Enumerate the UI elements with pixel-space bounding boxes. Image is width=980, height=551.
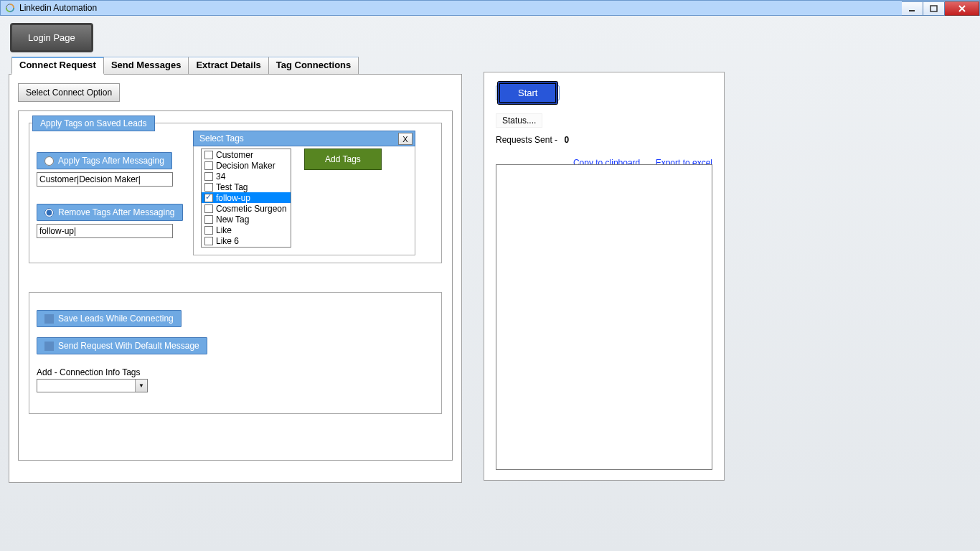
tag-item-label: Cosmetic Surgeon: [216, 204, 287, 214]
connection-info-tags-value: [37, 380, 135, 392]
default-message-checkbox[interactable]: Send Request With Default Message: [37, 337, 207, 354]
apply-tags-after-label: Apply Tags After Messaging: [58, 156, 164, 166]
remove-tags-after-label: Remove Tags After Messaging: [58, 207, 175, 217]
remove-tags-after-radio[interactable]: Remove Tags After Messaging: [37, 204, 183, 221]
tab-send-messages[interactable]: Send Messages: [103, 57, 189, 74]
window-maximize-button[interactable]: [923, 1, 945, 16]
tag-item[interactable]: Like: [202, 225, 291, 235]
tag-item-checkbox[interactable]: [204, 151, 213, 159]
window-minimize-button[interactable]: [902, 1, 923, 16]
remove-tags-text[interactable]: [37, 224, 173, 238]
select-tags-panel: Select Tags X CustomerDecision Maker34Te…: [193, 131, 415, 255]
tag-item[interactable]: New Tag: [202, 214, 291, 225]
tab-extract-details[interactable]: Extract Details: [188, 57, 268, 74]
tag-item[interactable]: follow-up: [202, 192, 291, 203]
connection-info-tags-dropdown[interactable]: ▼: [37, 379, 148, 392]
tag-item-label: follow-up: [216, 193, 250, 203]
window-close-button[interactable]: [945, 1, 979, 16]
tag-item-label: Test Tag: [216, 182, 248, 192]
connection-info-tags-label: Add - Connection Info Tags: [37, 367, 434, 377]
svg-rect-2: [930, 6, 937, 11]
tag-item-label: New Tag: [216, 215, 249, 225]
tag-item-checkbox[interactable]: [204, 161, 213, 170]
tag-item[interactable]: Test Tag: [202, 182, 291, 192]
chevron-down-icon: ▼: [135, 380, 147, 392]
select-tags-close-button[interactable]: X: [398, 133, 413, 145]
tab-control: Connect RequestSend MessagesExtract Deta…: [9, 57, 462, 483]
tag-item-label: Like: [216, 225, 232, 235]
start-button[interactable]: Start: [498, 82, 557, 104]
window-titlebar: Linkedin Automation: [0, 0, 980, 16]
tag-item-checkbox[interactable]: [204, 183, 213, 192]
status-label: Status....: [496, 113, 542, 128]
tab-page-connect-request: Select Connect Option Time Delay ( in se…: [9, 74, 462, 483]
tags-checkedlistbox[interactable]: CustomerDecision Maker34Test Tagfollow-u…: [201, 149, 291, 248]
apply-tags-after-radio[interactable]: Apply Tags After Messaging: [37, 152, 172, 169]
select-connect-option-button[interactable]: Select Connect Option: [18, 83, 120, 102]
tag-item[interactable]: 34: [202, 171, 291, 182]
app-icon: [5, 3, 15, 13]
requests-sent-label: Requests Sent -: [496, 135, 557, 145]
apply-tags-groupbox-legend: Apply Tags on Saved Leads: [32, 116, 155, 131]
tag-item-checkbox[interactable]: [204, 194, 213, 202]
svg-rect-1: [909, 10, 915, 11]
select-tags-legend: Select Tags: [199, 133, 244, 143]
tag-item-label: Like 6: [216, 236, 239, 246]
window-title: Linkedin Automation: [19, 3, 97, 13]
tag-item[interactable]: Customer: [202, 149, 291, 160]
log-textbox[interactable]: [496, 164, 712, 470]
tag-item-label: Customer: [216, 150, 253, 160]
tag-item[interactable]: Like 6: [202, 235, 291, 246]
connect-options-scroll[interactable]: Time Delay ( in secs) ▲ ▼ How many reque…: [18, 110, 453, 461]
tab-connect-request[interactable]: Connect Request: [11, 57, 104, 75]
tag-item-checkbox[interactable]: [204, 226, 213, 235]
tag-item-checkbox[interactable]: [204, 172, 213, 181]
save-leads-checkbox[interactable]: Save Leads While Connecting: [37, 310, 182, 327]
tag-item-checkbox[interactable]: [204, 215, 213, 224]
login-page-button[interactable]: Login Page: [10, 23, 93, 52]
requests-sent-value: 0: [564, 135, 569, 145]
tag-item-checkbox[interactable]: [204, 204, 213, 213]
tab-tag-connections[interactable]: Tag Connections: [268, 57, 359, 74]
default-message-label: Send Request With Default Message: [58, 341, 199, 351]
add-tags-button[interactable]: Add Tags: [304, 149, 382, 170]
tag-item-label: Decision Maker: [216, 161, 275, 171]
apply-tags-text[interactable]: [37, 172, 173, 187]
tag-item[interactable]: Cosmetic Surgeon: [202, 203, 291, 214]
tag-item-checkbox[interactable]: [204, 237, 213, 245]
save-leads-label: Save Leads While Connecting: [58, 314, 174, 324]
right-panel: Start Status.... Requests Sent - 0 Copy …: [484, 72, 725, 481]
tag-item-label: 34: [216, 171, 225, 182]
tag-item[interactable]: Decision Maker: [202, 160, 291, 171]
